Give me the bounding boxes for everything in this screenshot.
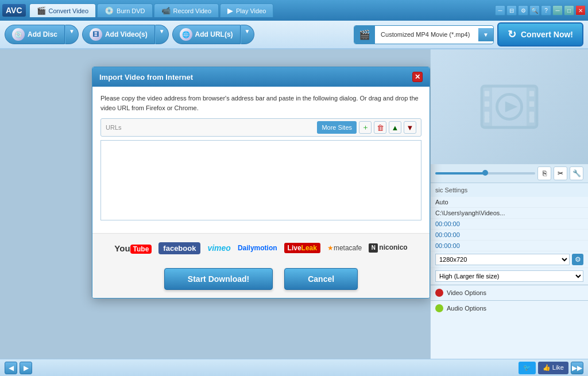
modal-body: Please copy the video address from brows… xyxy=(92,87,430,233)
twitter-button[interactable]: 🐦 xyxy=(519,362,536,374)
tab-convert-video-label: Convert Video xyxy=(49,7,89,14)
svg-rect-10 xyxy=(529,101,534,107)
cancel-button[interactable]: Cancel xyxy=(284,268,358,290)
burn-dvd-tab-icon: 💿 xyxy=(105,6,114,15)
add-disc-arrow[interactable]: ▼ xyxy=(65,25,79,44)
add-disc-icon: 💿 xyxy=(12,28,25,41)
search-icon-btn[interactable]: 🔍 xyxy=(529,5,540,15)
add-videos-icon: 🎞 xyxy=(90,28,102,41)
scissors-icon-btn[interactable]: ✂ xyxy=(554,166,567,180)
add-videos-label: Add Video(s) xyxy=(105,30,148,38)
url-bar: URLs More Sites ＋ 🗑 ▲ ▼ xyxy=(100,118,421,137)
app-logo: AVC xyxy=(2,4,26,17)
url-actions: More Sites ＋ 🗑 ▲ ▼ xyxy=(317,121,416,134)
tab-record-video[interactable]: 📹 Record Video xyxy=(154,3,219,17)
move-up-url-btn[interactable]: ▲ xyxy=(389,121,401,134)
svg-rect-7 xyxy=(485,111,489,117)
time1-row: 00:00:00 xyxy=(431,219,588,230)
metacafe-logo[interactable]: ★metacafe xyxy=(326,239,363,257)
start-download-button[interactable]: Start Download! xyxy=(164,268,273,290)
add-url-arrow[interactable]: ▼ xyxy=(241,25,254,44)
nav-left-button[interactable]: ◀ xyxy=(5,362,17,374)
import-video-dialog: Import Video from Internet ✕ Please copy… xyxy=(92,67,430,299)
modal-close-button[interactable]: ✕ xyxy=(412,72,423,82)
add-url-icon: 🌐 xyxy=(180,28,192,41)
svg-rect-11 xyxy=(529,111,534,117)
supported-sites-row: YouTube facebook vimeo Dailymotion xyxy=(92,233,430,262)
url-input-area[interactable] xyxy=(100,140,421,220)
format-dropdown-arrow[interactable]: ▼ xyxy=(478,28,493,41)
copy-icon-btn[interactable]: ⎘ xyxy=(537,166,551,180)
title-bar: AVC 🎬 Convert Video 💿 Burn DVD 📹 Record … xyxy=(0,0,588,21)
more-sites-button[interactable]: More Sites xyxy=(317,121,357,134)
help-button[interactable]: ? xyxy=(541,5,551,15)
path-setting-row: C:\Users\yangh\Videos... xyxy=(431,208,588,219)
format-text: Customized MP4 Movie (*.mp4) xyxy=(375,28,478,41)
move-down-url-btn[interactable]: ▼ xyxy=(404,121,416,134)
basic-settings-title: sic Settings xyxy=(431,183,588,197)
wrench-icon-btn[interactable]: 🔧 xyxy=(570,166,583,180)
more-button[interactable]: ▶▶ xyxy=(571,362,583,374)
convert-video-tab-icon: 🎬 xyxy=(37,6,46,15)
film-placeholder-icon xyxy=(475,72,544,141)
liveleak-logo[interactable]: LiveLeak xyxy=(283,239,322,257)
tab-play-video[interactable]: ▶ Play Video xyxy=(220,3,273,17)
vimeo-logo[interactable]: vimeo xyxy=(206,239,231,257)
url-label: URLs xyxy=(106,124,317,131)
svg-marker-4 xyxy=(505,101,518,112)
resolution-row: 1280x720 ⚙ xyxy=(431,251,588,268)
restore-button[interactable]: ⊟ xyxy=(506,5,517,15)
window-close-button[interactable]: ✕ xyxy=(575,5,586,15)
minimize-button[interactable]: ─ xyxy=(495,5,505,15)
add-url-icon-btn[interactable]: ＋ xyxy=(359,121,372,134)
quality-row: High (Larger file size) xyxy=(431,268,588,285)
right-panel: ⎘ ✂ 🔧 sic Settings Auto C:\Users\yangh\V… xyxy=(430,49,588,359)
content-area: Import Video from Internet ✕ Please copy… xyxy=(0,49,430,359)
settings-icon-btn[interactable]: ⚙ xyxy=(518,5,528,15)
facebook-like-button[interactable]: 👍 Like xyxy=(538,362,568,374)
quality-setting-row: Auto xyxy=(431,197,588,208)
settings-controls-bar: ⎘ ✂ 🔧 xyxy=(431,164,588,183)
add-url-label: Add URL(s) xyxy=(195,30,233,38)
video-options-row[interactable]: Video Options xyxy=(431,285,588,300)
modal-buttons: Start Download! Cancel xyxy=(92,262,430,298)
modal-overlay: Import Video from Internet ✕ Please copy… xyxy=(0,49,430,359)
youtube-logo[interactable]: YouTube xyxy=(113,239,153,257)
facebook-logo[interactable]: facebook xyxy=(157,239,202,257)
delete-url-icon-btn[interactable]: 🗑 xyxy=(374,121,386,134)
convert-now-button[interactable]: ↻ Convert Now! xyxy=(497,22,583,46)
resolution-gear-button[interactable]: ⚙ xyxy=(572,254,583,265)
add-disc-label: Add Disc xyxy=(28,30,57,38)
social-buttons: 🐦 👍 Like ▶▶ xyxy=(519,362,583,374)
status-bar: ◀ ▶ 🐦 👍 Like ▶▶ xyxy=(0,359,588,376)
add-disc-button[interactable]: 💿 Add Disc xyxy=(5,25,65,44)
window-controls: ─ ⊟ ⚙ 🔍 ? ─ □ ✕ xyxy=(495,5,586,15)
svg-rect-12 xyxy=(529,117,534,123)
modal-description: Please copy the video address from brows… xyxy=(100,94,421,113)
audio-options-row[interactable]: Audio Options xyxy=(431,300,588,316)
add-videos-arrow[interactable]: ▼ xyxy=(155,25,169,44)
quality-select[interactable]: High (Larger file size) xyxy=(435,270,583,282)
resolution-select[interactable]: 1280x720 xyxy=(435,254,570,265)
video-options-label: Video Options xyxy=(447,289,486,296)
add-url-group: 🌐 Add URL(s) ▼ xyxy=(172,25,254,44)
add-videos-button[interactable]: 🎞 Add Video(s) xyxy=(82,25,155,44)
tab-burn-dvd[interactable]: 💿 Burn DVD xyxy=(97,3,153,17)
time3-row: 00:00:00 xyxy=(431,241,588,251)
nav-right-button[interactable]: ▶ xyxy=(20,362,32,374)
format-icon: 🎬 xyxy=(354,26,375,44)
svg-rect-9 xyxy=(529,91,534,96)
add-disc-group: 💿 Add Disc ▼ xyxy=(5,25,79,44)
navigation-controls: ◀ ▶ xyxy=(5,362,32,374)
time2-row: 00:00:00 xyxy=(431,230,588,241)
dailymotion-logo[interactable]: Dailymotion xyxy=(237,239,278,257)
add-videos-group: 🎞 Add Video(s) ▼ xyxy=(82,25,169,44)
niconico-logo[interactable]: Nniconico xyxy=(368,239,408,257)
add-url-button[interactable]: 🌐 Add URL(s) xyxy=(172,25,241,44)
modal-title: Import Video from Internet xyxy=(99,73,193,82)
tab-convert-video[interactable]: 🎬 Convert Video xyxy=(29,3,96,17)
volume-slider[interactable] xyxy=(435,166,535,180)
window-minimize-button[interactable]: ─ xyxy=(552,5,563,15)
window-maximize-button[interactable]: □ xyxy=(564,5,574,15)
toolbar: 💿 Add Disc ▼ 🎞 Add Video(s) ▼ 🌐 Add URL(… xyxy=(0,21,588,49)
